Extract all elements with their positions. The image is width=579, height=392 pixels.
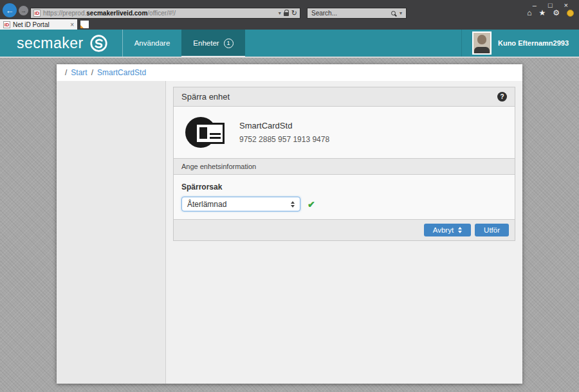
browser-window: ← → iD https://preprod.secmakerliveid.co… bbox=[0, 0, 579, 392]
tab-strip: iD Net iD Portal × bbox=[0, 19, 579, 30]
url-subdomain: preprod. bbox=[62, 10, 86, 17]
select-spinner-icon bbox=[291, 201, 295, 208]
favorites-star-icon[interactable]: ★ bbox=[538, 8, 546, 17]
main-nav: Användare Enheter 1 bbox=[122, 30, 245, 57]
secmaker-s-icon bbox=[89, 34, 108, 53]
updown-arrows-icon bbox=[458, 227, 462, 233]
url-text: https://preprod.secmakerliveid.com/offic… bbox=[43, 10, 276, 17]
url-scheme: https:// bbox=[43, 10, 62, 17]
breadcrumb: / Start / SmartCardStd bbox=[57, 64, 522, 81]
feedback-smiley-icon[interactable] bbox=[567, 10, 574, 17]
page-background: / Start / SmartCardStd Spärra enhet ? bbox=[0, 57, 579, 392]
refresh-icon[interactable]: ↻ bbox=[291, 9, 297, 17]
main-content: Spärra enhet ? bbox=[166, 81, 522, 384]
block-reason-select[interactable]: Återlämnad bbox=[181, 197, 300, 211]
search-dropdown-icon[interactable]: ▾ bbox=[400, 10, 402, 16]
device-info-form: Spärrorsak Återlämnad ✔ bbox=[174, 175, 515, 219]
block-reason-value: Återlämnad bbox=[187, 200, 226, 209]
breadcrumb-link-start[interactable]: Start bbox=[71, 68, 87, 77]
panel-header: Spärra enhet ? bbox=[174, 87, 515, 107]
breadcrumb-separator: / bbox=[65, 68, 67, 77]
app-header: secmaker Användare Enheter 1 Kuno Eftern… bbox=[0, 30, 579, 57]
smartcard-icon-line bbox=[210, 133, 221, 135]
browser-tab[interactable]: iD Net iD Portal × bbox=[0, 19, 77, 30]
submit-button[interactable]: Utför bbox=[475, 224, 509, 236]
breadcrumb-link-smartcardstd[interactable]: SmartCardStd bbox=[97, 68, 146, 77]
nav-item-anvandare[interactable]: Användare bbox=[123, 30, 182, 57]
smartcard-icon bbox=[185, 116, 225, 149]
panel-footer: Avbryt Utför bbox=[174, 219, 515, 240]
nav-label: Enheter bbox=[193, 39, 219, 47]
site-favicon-icon: iD bbox=[33, 10, 41, 17]
avatar bbox=[472, 31, 492, 55]
back-button[interactable]: ← bbox=[3, 3, 17, 17]
submit-button-label: Utför bbox=[484, 226, 500, 234]
section-header: Ange enhetsinformation bbox=[174, 158, 515, 175]
smartcard-icon-photo bbox=[199, 127, 207, 139]
nav-item-enheter[interactable]: Enheter 1 bbox=[181, 30, 244, 57]
user-name: Kuno Efternamn2993 bbox=[498, 39, 569, 47]
browser-chrome: ← → iD https://preprod.secmakerliveid.co… bbox=[0, 0, 579, 19]
cancel-button-label: Avbryt bbox=[433, 226, 454, 234]
secmaker-logo: secmaker bbox=[0, 30, 122, 57]
lock-icon bbox=[284, 12, 289, 16]
address-dropdown-icon[interactable]: ▾ bbox=[279, 10, 281, 16]
search-icon[interactable] bbox=[391, 11, 396, 15]
home-icon[interactable]: ⌂ bbox=[527, 8, 531, 17]
enheter-count-badge: 1 bbox=[224, 39, 234, 48]
browser-toolbar-icons: ⌂ ★ ⚙ bbox=[527, 8, 574, 17]
search-box[interactable]: Search... ▾ bbox=[307, 8, 407, 19]
avatar-photo bbox=[473, 33, 490, 53]
forward-button[interactable]: → bbox=[19, 6, 28, 15]
tab-title: Net iD Portal bbox=[13, 21, 68, 28]
valid-check-icon: ✔ bbox=[308, 199, 315, 209]
content-columns: Spärra enhet ? bbox=[57, 81, 522, 384]
left-sidebar bbox=[57, 81, 166, 384]
tab-favicon-icon: iD bbox=[3, 21, 10, 28]
address-bar[interactable]: iD https://preprod.secmakerliveid.com/of… bbox=[30, 8, 300, 19]
cancel-button[interactable]: Avbryt bbox=[424, 224, 471, 236]
device-texts: SmartCardStd 9752 2885 957 1913 9478 bbox=[239, 121, 329, 144]
block-reason-row: Återlämnad ✔ bbox=[181, 197, 507, 211]
nav-label: Användare bbox=[134, 39, 170, 47]
back-icon: ← bbox=[6, 6, 14, 15]
logo-text: secmaker bbox=[17, 35, 84, 52]
device-summary: SmartCardStd 9752 2885 957 1913 9478 bbox=[174, 107, 515, 158]
smartcard-icon-line bbox=[210, 137, 221, 139]
tab-close-icon[interactable]: × bbox=[70, 21, 74, 28]
smartcard-icon-card bbox=[195, 123, 225, 144]
content-card: / Start / SmartCardStd Spärra enhet ? bbox=[57, 64, 522, 384]
url-path: /officer/#!/ bbox=[147, 10, 176, 17]
block-reason-label: Spärrorsak bbox=[181, 183, 507, 192]
device-serial-number: 9752 2885 957 1913 9478 bbox=[239, 135, 329, 144]
url-domain: secmakerliveid.com bbox=[86, 10, 147, 17]
forward-icon: → bbox=[21, 8, 26, 14]
block-device-panel: Spärra enhet ? bbox=[173, 87, 515, 241]
panel-title: Spärra enhet bbox=[181, 92, 230, 102]
user-menu[interactable]: Kuno Efternamn2993 bbox=[461, 30, 579, 57]
new-tab-button[interactable] bbox=[80, 21, 89, 28]
help-icon[interactable]: ? bbox=[497, 92, 507, 102]
device-name: SmartCardStd bbox=[239, 121, 329, 130]
search-placeholder: Search... bbox=[311, 10, 387, 17]
breadcrumb-separator: / bbox=[91, 68, 93, 77]
settings-gear-icon[interactable]: ⚙ bbox=[553, 8, 560, 17]
